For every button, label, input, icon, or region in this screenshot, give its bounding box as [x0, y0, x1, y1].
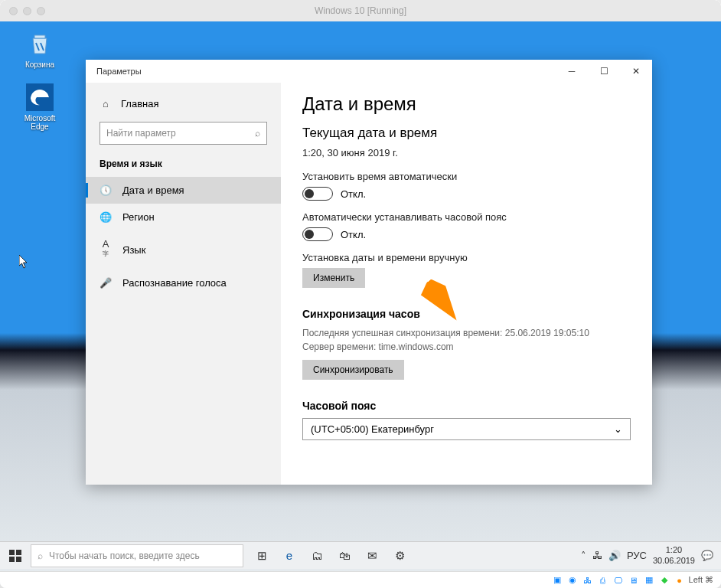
recycle-bin-icon[interactable]: Корзина	[17, 29, 63, 69]
status-hd-icon[interactable]: ▣	[551, 575, 563, 586]
search-icon: ⌕	[38, 550, 43, 561]
close-button[interactable]: ✕	[620, 60, 652, 83]
svg-rect-5	[9, 557, 15, 562]
manual-datetime-label: Установка даты и времени вручную	[302, 252, 631, 263]
mail-icon[interactable]: ✉	[358, 542, 386, 570]
home-link[interactable]: ⌂ Главная	[86, 92, 281, 116]
mac-close-button[interactable]	[9, 7, 18, 15]
sync-server-text: Сервер времени: time.windows.com	[302, 340, 631, 354]
status-net-icon[interactable]: 🖧	[582, 575, 594, 586]
page-title: Дата и время	[302, 93, 631, 115]
sidebar-item-speech[interactable]: 🎤 Распознавание голоса	[86, 270, 281, 296]
host-key-label: Left ⌘	[689, 575, 713, 585]
sidebar-item-label: Дата и время	[122, 185, 184, 196]
edge-taskbar-icon[interactable]: e	[276, 542, 303, 570]
svg-rect-4	[16, 550, 21, 555]
language-icon: A字	[100, 238, 112, 262]
timezone-select[interactable]: (UTC+05:00) Екатеринбург ⌄	[302, 418, 631, 440]
task-view-button[interactable]: ⊞	[248, 542, 276, 570]
svg-rect-6	[16, 557, 21, 562]
sidebar-item-datetime[interactable]: 🕔 Дата и время	[86, 177, 281, 204]
auto-time-state: Откл.	[341, 188, 366, 200]
svg-rect-3	[9, 550, 15, 555]
minimize-button[interactable]: ─	[556, 60, 588, 83]
svg-rect-0	[34, 35, 45, 38]
sidebar-item-language[interactable]: A字 Язык	[86, 230, 281, 270]
tz-heading: Часовой пояс	[302, 400, 631, 412]
tray-chevron-icon[interactable]: ˄	[581, 550, 586, 561]
search-icon: ⌕	[255, 128, 260, 139]
status-shared-icon[interactable]: 🖵	[612, 575, 625, 586]
notifications-icon[interactable]: 💬	[701, 550, 713, 561]
clock-icon: 🕔	[100, 185, 112, 196]
network-icon[interactable]: 🖧	[592, 550, 602, 561]
search-input[interactable]: Найти параметр ⌕	[100, 122, 267, 145]
sidebar-item-label: Регион	[122, 211, 155, 223]
clock-date: 30.06.2019	[653, 556, 695, 566]
taskbar-search-placeholder: Чтобы начать поиск, введите здесь	[49, 550, 200, 561]
auto-time-label: Установить время автоматически	[302, 171, 631, 182]
current-datetime-heading: Текущая дата и время	[302, 126, 631, 141]
status-record-icon[interactable]: ●	[674, 575, 686, 586]
file-explorer-icon[interactable]: 🗂	[303, 542, 331, 570]
status-usb-icon[interactable]: ⎙	[597, 575, 609, 586]
start-button[interactable]	[0, 542, 31, 570]
search-placeholder: Найти параметр	[106, 128, 176, 139]
cursor-icon	[19, 255, 30, 271]
auto-tz-state: Откл.	[341, 229, 366, 240]
taskbar: ⌕ Чтобы начать поиск, введите здесь ⊞ e …	[0, 541, 721, 569]
clock-time: 1:20	[653, 545, 695, 555]
system-tray: ˄ 🖧 🔊 РУС 1:20 30.06.2019 💬	[581, 545, 721, 565]
settings-title: Параметры	[96, 67, 142, 76]
status-audio-icon[interactable]: ▦	[643, 575, 655, 586]
home-icon: ⌂	[100, 98, 112, 109]
maximize-button[interactable]: ☐	[588, 60, 620, 83]
sidebar-item-label: Распознавание голоса	[122, 277, 227, 289]
sidebar-item-label: Язык	[122, 244, 145, 256]
settings-sidebar: ⌂ Главная Найти параметр ⌕ Время и язык …	[86, 83, 281, 485]
store-icon[interactable]: 🛍	[331, 542, 358, 570]
auto-tz-label: Автоматически устанавливать часовой пояс	[302, 211, 631, 223]
settings-taskbar-icon[interactable]: ⚙	[386, 542, 413, 570]
mac-titlebar: Windows 10 [Running]	[0, 0, 721, 21]
taskbar-search[interactable]: ⌕ Чтобы начать поиск, введите здесь	[31, 544, 243, 567]
settings-content: Дата и время Текущая дата и время 1:20, …	[281, 83, 652, 485]
mac-zoom-button[interactable]	[37, 7, 45, 15]
settings-titlebar[interactable]: Параметры ─ ☐ ✕	[86, 60, 652, 83]
home-label: Главная	[121, 98, 158, 109]
vm-desktop[interactable]: Корзина Microsoft Edge Параметры ─ ☐ ✕	[0, 21, 721, 588]
mac-minimize-button[interactable]	[23, 7, 31, 15]
status-cd-icon[interactable]: ◉	[566, 575, 579, 586]
desktop-icon-label: Корзина	[17, 60, 63, 69]
sidebar-category: Время и язык	[86, 155, 281, 177]
edge-icon[interactable]: Microsoft Edge	[17, 83, 63, 131]
language-indicator[interactable]: РУС	[627, 550, 647, 561]
auto-tz-toggle[interactable]	[302, 227, 333, 241]
chevron-down-icon: ⌄	[614, 423, 622, 435]
volume-icon[interactable]: 🔊	[608, 550, 621, 561]
mac-window-title: Windows 10 [Running]	[0, 5, 721, 16]
status-capture-icon[interactable]: ◆	[658, 575, 670, 586]
settings-window: Параметры ─ ☐ ✕ ⌂ Главная Найти параметр…	[86, 60, 652, 485]
current-datetime-value: 1:20, 30 июня 2019 г.	[302, 147, 631, 158]
desktop-icon-label: Microsoft Edge	[17, 114, 63, 131]
sidebar-item-region[interactable]: 🌐 Регион	[86, 204, 281, 230]
timezone-value: (UTC+05:00) Екатеринбург	[311, 423, 434, 435]
vm-host-statusbar: ▣ ◉ 🖧 ⎙ 🖵 🖥 ▦ ◆ ● Left ⌘	[0, 571, 721, 588]
microphone-icon: 🎤	[100, 277, 112, 289]
sync-last-text: Последняя успешная синхронизация времени…	[302, 326, 631, 340]
status-display-icon[interactable]: 🖥	[628, 575, 640, 586]
taskbar-clock[interactable]: 1:20 30.06.2019	[653, 545, 695, 565]
globe-icon: 🌐	[100, 211, 112, 223]
sync-heading: Синхронизация часов	[302, 308, 631, 320]
sync-button[interactable]: Синхронизировать	[302, 360, 404, 380]
auto-time-toggle[interactable]	[302, 187, 333, 201]
change-button[interactable]: Изменить	[302, 268, 365, 288]
